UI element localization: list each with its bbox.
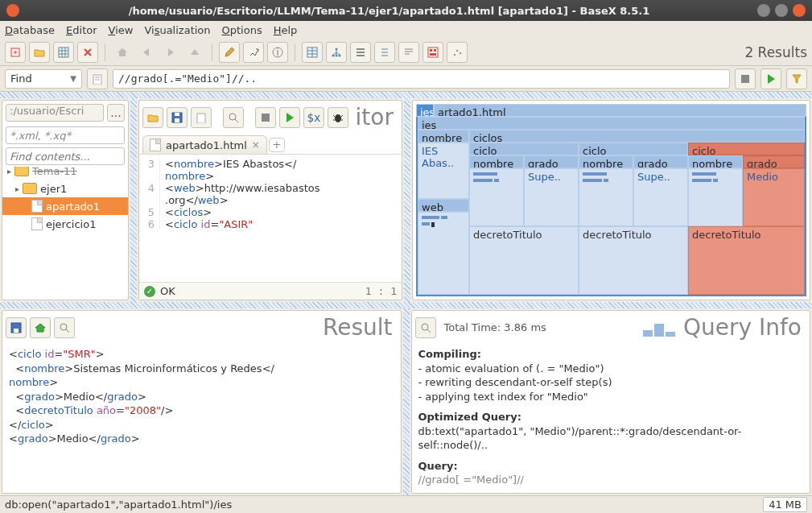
- svg-rect-11: [434, 49, 436, 52]
- svg-rect-26: [14, 329, 19, 333]
- filter-button[interactable]: [786, 68, 807, 89]
- back-button[interactable]: [136, 42, 157, 63]
- editor-run-button[interactable]: [279, 107, 300, 128]
- run-search-button[interactable]: [760, 68, 781, 89]
- svg-point-15: [460, 52, 461, 54]
- editor-code[interactable]: 3 <nombre>IES Abastos</nombre>4 <web>htt…: [139, 155, 402, 282]
- view-map-button[interactable]: [422, 42, 443, 63]
- svg-rect-23: [262, 114, 270, 122]
- search-mode-combo[interactable]: Find ▼: [5, 69, 82, 89]
- open-button[interactable]: [29, 42, 50, 63]
- project-filter-pattern[interactable]: [6, 126, 125, 144]
- statusbar: db:open("apartado1","apartado1.html")/ie…: [0, 495, 812, 513]
- realtime-button[interactable]: [243, 42, 264, 63]
- menu-editor[interactable]: Editor: [66, 24, 97, 36]
- searchbar: Find ▼: [0, 66, 812, 92]
- svg-rect-10: [430, 49, 432, 52]
- viz-ciclo-hl: ciclo: [688, 143, 805, 155]
- menubar: Database Editor View Visualization Optio…: [0, 21, 812, 39]
- query-info-panel: Total Time: 3.86 ms Query Info Compiling…: [411, 310, 811, 494]
- qinfo-search-button[interactable]: [415, 317, 436, 338]
- menu-visualization[interactable]: Visualization: [144, 24, 210, 36]
- svg-point-13: [454, 54, 455, 56]
- project-browse-button[interactable]: ...: [107, 104, 125, 122]
- close-tab-icon[interactable]: ×: [252, 139, 260, 151]
- viz-grado-hl: grado: [743, 155, 805, 168]
- editor-title: itor: [356, 104, 398, 130]
- menu-help[interactable]: Help: [274, 24, 298, 36]
- editor-history-button[interactable]: [191, 107, 212, 128]
- editor-tab-label: apartado1.html: [166, 139, 247, 151]
- view-table-button[interactable]: [302, 42, 323, 63]
- search-input[interactable]: [113, 69, 730, 89]
- treemap-viz[interactable]: ies artado1.html ies nombre ciclos IES A…: [416, 104, 806, 296]
- tree-folder[interactable]: ▸Tema-11: [2, 167, 128, 180]
- svg-point-22: [229, 114, 236, 120]
- result-save-button[interactable]: [6, 317, 27, 338]
- view-list-button[interactable]: [350, 42, 371, 63]
- editor-stop-button[interactable]: [255, 107, 276, 128]
- editor-vars-button[interactable]: $x: [303, 107, 324, 128]
- project-filter-contents[interactable]: [6, 147, 125, 165]
- view-xml-button[interactable]: [374, 42, 395, 63]
- result-search-button[interactable]: [54, 317, 75, 338]
- statusbar-memory[interactable]: 41 MB: [763, 497, 807, 512]
- window-minimize-button[interactable]: [757, 4, 770, 17]
- project-tree: ▸Tema-11 ▸ejer1 apartado1 ejercicio1: [2, 167, 128, 234]
- tree-file-selected[interactable]: apartado1: [2, 197, 128, 215]
- search-mode-label: Find: [10, 72, 32, 85]
- result-title: Result: [323, 314, 398, 341]
- svg-rect-20: [175, 113, 179, 116]
- svg-rect-19: [175, 118, 179, 122]
- editor-find-button[interactable]: [223, 107, 244, 128]
- editor-open-button[interactable]: [142, 107, 163, 128]
- project-path[interactable]: :/usuario/Escri: [6, 104, 104, 122]
- spark-icon: [643, 319, 680, 337]
- result-home-button[interactable]: [30, 317, 51, 338]
- view-src-button[interactable]: [398, 42, 419, 63]
- qinfo-body[interactable]: Compiling: - atomic evaluation of (. = "…: [412, 344, 810, 490]
- forward-button[interactable]: [160, 42, 181, 63]
- menu-view[interactable]: View: [109, 24, 134, 36]
- editor-panel: $x itor apartado1.html × + 3 <nombre>IES…: [138, 100, 402, 300]
- qinfo-total-time: Total Time: 3.86 ms: [444, 321, 546, 333]
- edit-button[interactable]: [219, 42, 240, 63]
- window-close-button[interactable]: [793, 4, 806, 17]
- visualization-panel: ies artado1.html ies nombre ciclos IES A…: [412, 100, 810, 300]
- tree-file[interactable]: ejercicio1: [2, 215, 128, 233]
- result-body[interactable]: <ciclo id="SMR"> <nombre>Sistemas Microi…: [2, 344, 401, 449]
- window-title: /home/usuario/Escritorio/LLMM/Tema-11/ej…: [26, 5, 752, 17]
- svg-point-27: [60, 324, 67, 330]
- grid-button[interactable]: [53, 42, 74, 63]
- chevron-down-icon: ▼: [70, 74, 76, 83]
- svg-text:i: i: [276, 47, 279, 58]
- ok-icon: ✓: [144, 286, 155, 297]
- menu-database[interactable]: Database: [5, 24, 55, 36]
- viz-root: ies: [418, 117, 805, 130]
- viz-ciclo1-h: ciclo: [469, 143, 579, 155]
- history-button[interactable]: [87, 68, 108, 89]
- editor-tab[interactable]: apartado1.html ×: [142, 135, 267, 154]
- svg-rect-9: [428, 48, 438, 57]
- stop-search-button[interactable]: [735, 68, 756, 89]
- editor-status-text: OK: [160, 285, 175, 297]
- home-button[interactable]: [112, 42, 133, 63]
- qinfo-opt-h: Optimized Query:: [418, 411, 521, 423]
- editor-debug-button[interactable]: [328, 107, 348, 128]
- viz-nombre-h: nombre: [418, 130, 469, 143]
- main-area: :/usuario/Escri ... ▸Tema-11 ▸ejer1 apar…: [0, 92, 812, 495]
- add-tab-button[interactable]: +: [269, 138, 285, 152]
- viz-ies-tab: ies: [416, 104, 434, 117]
- editor-save-button[interactable]: [167, 107, 188, 128]
- new-db-button[interactable]: [5, 42, 26, 63]
- view-chart-button[interactable]: [447, 42, 468, 63]
- menu-options[interactable]: Options: [222, 24, 262, 36]
- window-maximize-button[interactable]: [775, 4, 788, 17]
- qinfo-query-h: Query:: [418, 460, 458, 472]
- view-tree-button[interactable]: [326, 42, 347, 63]
- app-icon: [6, 4, 19, 17]
- tree-folder[interactable]: ▸ejer1: [2, 180, 128, 197]
- info-button[interactable]: i: [267, 42, 288, 63]
- close-db-button[interactable]: [77, 42, 98, 63]
- up-button[interactable]: [184, 42, 205, 63]
